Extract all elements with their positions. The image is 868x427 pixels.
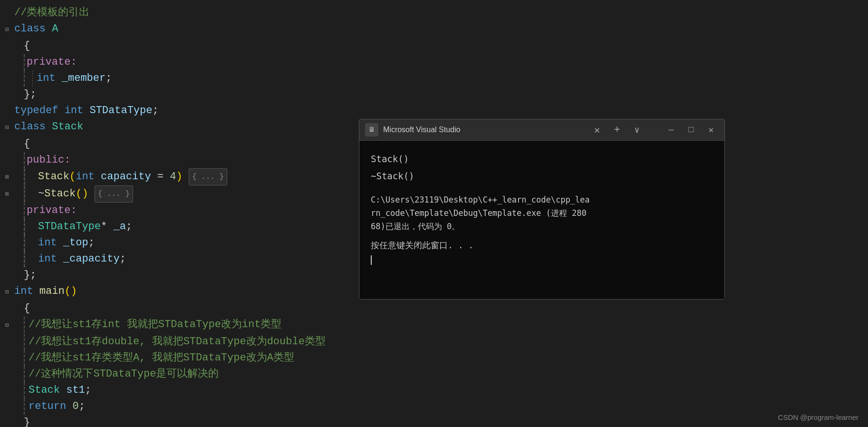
modal-path: C:\Users\23119\Desktop\C++_learn_code\cp… <box>371 193 713 233</box>
code-line-21: //我想让st1存double, 我就把STDataType改为double类型 <box>0 334 868 350</box>
modal-dropdown-btn[interactable]: ∨ <box>629 123 645 136</box>
fold-gutter-12[interactable]: ⊞ <box>0 185 14 203</box>
modal-dialog: 🖥 Microsoft Visual Studio ✕ + ∨ — □ ✕ St… <box>359 119 725 300</box>
fold-gutter-21 <box>0 334 14 335</box>
line-1-content: //类模板的引出 <box>14 5 89 21</box>
fold-gutter-18[interactable]: ⊟ <box>0 283 14 301</box>
code-line-1: //类模板的引出 <box>0 5 868 21</box>
code-line-2: ⊟ class A <box>0 21 868 38</box>
code-line-6: }; <box>0 87 868 103</box>
code-line-3: { <box>0 38 868 54</box>
code-line-26: } <box>0 415 868 427</box>
fold-gutter-23 <box>0 366 14 367</box>
modal-line-2: ~Stack() <box>371 167 713 184</box>
code-line-25: return 0; <box>0 398 868 415</box>
code-line-20: ⊟ //我想让st1存int 我就把STDataType改为int类型 <box>0 317 868 334</box>
fold-gutter-14 <box>0 219 14 220</box>
modal-content: Stack() ~Stack() C:\Users\23119\Desktop\… <box>359 141 724 299</box>
modal-line-1: Stack() <box>371 150 713 167</box>
code-line-19: { <box>0 301 868 317</box>
fold-gutter-26 <box>0 415 14 416</box>
collapse-2[interactable]: { ... } <box>95 185 133 203</box>
fold-gutter-9 <box>0 136 14 137</box>
fold-gutter-1 <box>0 5 14 6</box>
modal-minimize-btn[interactable]: — <box>664 123 679 136</box>
modal-title: Microsoft Visual Studio <box>383 126 585 134</box>
modal-prompt: 按任意键关闭此窗口. . . <box>371 237 713 254</box>
fold-gutter-8[interactable]: ⊟ <box>0 119 14 136</box>
watermark: CSDN @program-learner <box>778 413 858 421</box>
fold-gutter-3 <box>0 38 14 39</box>
modal-maximize-btn[interactable]: □ <box>684 123 699 136</box>
fold-gutter-19 <box>0 301 14 301</box>
modal-app-icon: 🖥 <box>365 123 378 136</box>
fold-gutter-6 <box>0 87 14 87</box>
collapse-1[interactable]: { ... } <box>189 168 227 185</box>
fold-gutter-11[interactable]: ⊞ <box>0 168 14 185</box>
fold-gutter-24 <box>0 382 14 383</box>
fold-gutter-10 <box>0 152 14 153</box>
code-line-4: private: <box>0 54 868 70</box>
code-line-24: Stack st1; <box>0 382 868 398</box>
modal-add-btn[interactable]: + <box>609 123 625 136</box>
fold-gutter-4 <box>0 54 14 55</box>
fold-gutter-2[interactable]: ⊟ <box>0 21 14 38</box>
line-2-class-kw: class <box>14 21 52 37</box>
code-line-5: int _member; <box>0 70 868 87</box>
code-line-23: //这种情况下STDataType是可以解决的 <box>0 366 868 382</box>
modal-titlebar: 🖥 Microsoft Visual Studio ✕ + ∨ — □ ✕ <box>359 119 724 141</box>
fold-gutter-20[interactable]: ⊟ <box>0 317 14 334</box>
fold-gutter-13 <box>0 203 14 204</box>
fold-gutter-25 <box>0 398 14 399</box>
cursor <box>371 255 372 265</box>
fold-gutter-17 <box>0 267 14 268</box>
fold-gutter-22 <box>0 350 14 351</box>
fold-gutter-7 <box>0 103 14 104</box>
fold-gutter-15 <box>0 235 14 236</box>
modal-close-dialog-btn[interactable]: ✕ <box>589 123 605 136</box>
code-line-22: //我想让st1存类类型A, 我就把STDataType改为A类型 <box>0 350 868 366</box>
fold-gutter-5 <box>0 70 14 71</box>
line-2-classname: A <box>52 21 58 37</box>
code-line-7: typedef int STDataType; <box>0 103 868 119</box>
line-4-private: private: <box>25 54 77 70</box>
fold-gutter-16 <box>0 251 14 252</box>
modal-window-close-btn[interactable]: ✕ <box>704 123 719 136</box>
